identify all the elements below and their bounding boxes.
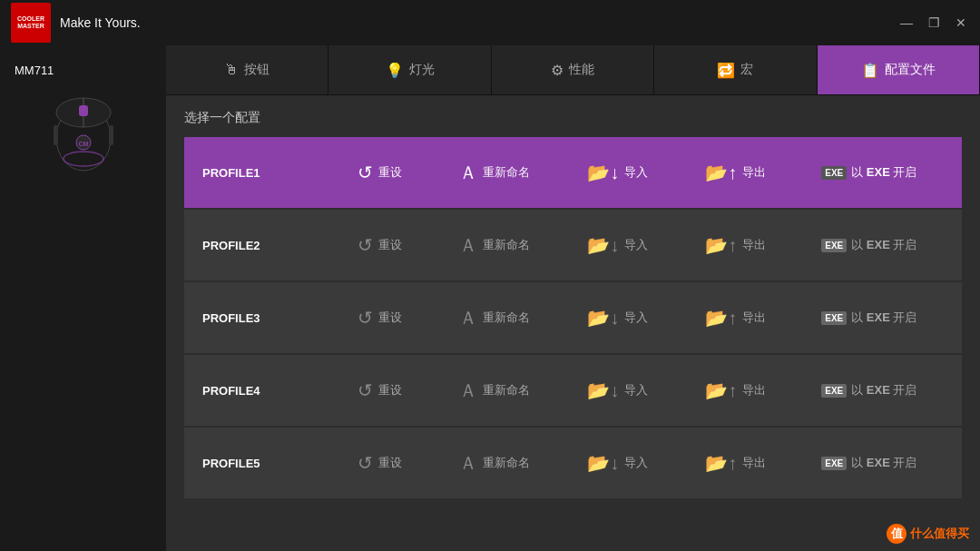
profile-row-1[interactable]: PROFILE1 ↺ 重设 Ａ 重新命名 📂↓ 导入 📂 bbox=[184, 137, 962, 208]
rename-label-3: 重新命名 bbox=[483, 310, 530, 326]
profile-row-3[interactable]: PROFILE3 ↺ 重设 Ａ 重新命名 📂↓ 导入 📂 bbox=[184, 282, 962, 353]
profile-1-import[interactable]: 📂↓ 导入 bbox=[580, 158, 655, 187]
titlebar-left: COOLERMASTER Make It Yours. bbox=[11, 3, 141, 43]
profile-4-export[interactable]: 📂↑ 导出 bbox=[698, 376, 773, 405]
profile-1-name: PROFILE1 bbox=[202, 166, 329, 180]
profile-2-export[interactable]: 📂↑ 导出 bbox=[698, 231, 773, 260]
svg-rect-5 bbox=[109, 125, 113, 145]
exe-badge-1: EXE bbox=[821, 166, 847, 180]
profile-1-actions: ↺ 重设 Ａ 重新命名 📂↓ 导入 📂↑ 导出 bbox=[329, 157, 944, 189]
watermark-icon: 值 bbox=[887, 524, 906, 544]
profile-row-4[interactable]: PROFILE4 ↺ 重设 Ａ 重新命名 📂↓ 导入 📂 bbox=[184, 355, 962, 426]
exe-badge-5: EXE bbox=[821, 457, 847, 470]
titlebar-controls: — ❐ ✕ bbox=[898, 15, 969, 31]
profile-1-rename[interactable]: Ａ 重新命名 bbox=[452, 157, 537, 189]
main-area: 🖱 按钮 💡 灯光 ⚙ 性能 🔁 宏 📋 配置文件 选择一个配置 PROFILE… bbox=[166, 45, 980, 551]
import-icon-2: 📂↓ bbox=[587, 234, 619, 256]
profile-4-reset[interactable]: ↺ 重设 bbox=[350, 376, 409, 405]
import-label-4: 导入 bbox=[624, 382, 648, 398]
tab-profile[interactable]: 📋 配置文件 bbox=[818, 45, 980, 94]
titlebar: COOLERMASTER Make It Yours. — ❐ ✕ bbox=[0, 0, 980, 45]
minimize-button[interactable]: — bbox=[898, 15, 915, 31]
profile-4-rename[interactable]: Ａ 重新命名 bbox=[452, 375, 537, 407]
profile-5-export[interactable]: 📂↑ 导出 bbox=[698, 448, 773, 477]
export-icon-4: 📂↑ bbox=[705, 379, 737, 401]
buttons-icon: 🖱 bbox=[224, 62, 239, 78]
brand-text: Make It Yours. bbox=[60, 15, 141, 30]
profile-4-name: PROFILE4 bbox=[202, 384, 329, 398]
profile-3-export[interactable]: 📂↑ 导出 bbox=[698, 303, 773, 332]
lighting-icon: 💡 bbox=[386, 62, 404, 79]
profile-2-rename[interactable]: Ａ 重新命名 bbox=[452, 230, 537, 261]
profile-3-reset[interactable]: ↺ 重设 bbox=[350, 303, 409, 332]
reset-icon-2: ↺ bbox=[358, 234, 373, 256]
profile-list: PROFILE1 ↺ 重设 Ａ 重新命名 📂↓ 导入 📂 bbox=[184, 137, 962, 498]
tab-lighting[interactable]: 💡 灯光 bbox=[328, 45, 491, 94]
tab-buttons[interactable]: 🖱 按钮 bbox=[166, 45, 328, 94]
import-icon-5: 📂↓ bbox=[587, 452, 619, 474]
export-label-5: 导出 bbox=[742, 455, 766, 471]
import-icon-3: 📂↓ bbox=[587, 307, 619, 329]
export-icon-1: 📂↑ bbox=[705, 162, 737, 183]
tabbar: 🖱 按钮 💡 灯光 ⚙ 性能 🔁 宏 📋 配置文件 bbox=[166, 45, 980, 95]
tab-lighting-label: 灯光 bbox=[409, 62, 435, 78]
svg-text:CM: CM bbox=[78, 141, 88, 147]
import-icon-4: 📂↓ bbox=[587, 379, 619, 401]
profile-3-name: PROFILE3 bbox=[202, 311, 329, 325]
profile-row-2[interactable]: PROFILE2 ↺ 重设 Ａ 重新命名 📂↓ 导入 📂 bbox=[184, 210, 962, 280]
reset-label-5: 重设 bbox=[378, 455, 402, 471]
import-label-2: 导入 bbox=[624, 237, 648, 253]
profile-2-import[interactable]: 📂↓ 导入 bbox=[580, 231, 655, 260]
import-label-1: 导入 bbox=[624, 164, 648, 181]
tab-performance[interactable]: ⚙ 性能 bbox=[492, 45, 654, 94]
profile-2-reset[interactable]: ↺ 重设 bbox=[350, 231, 409, 260]
sidebar: MM711 CM bbox=[0, 45, 166, 551]
profile-3-exe[interactable]: EXE 以 EXE 开启 bbox=[816, 306, 922, 330]
profile-3-rename[interactable]: Ａ 重新命名 bbox=[452, 302, 537, 334]
device-name: MM711 bbox=[0, 64, 54, 77]
tab-performance-label: 性能 bbox=[569, 62, 594, 78]
import-label-3: 导入 bbox=[624, 310, 648, 326]
reset-icon-1: ↺ bbox=[358, 162, 373, 183]
rename-label-1: 重新命名 bbox=[483, 164, 530, 181]
profile-5-actions: ↺ 重设 Ａ 重新命名 📂↓ 导入 📂↑ 导出 bbox=[329, 448, 944, 479]
profile-5-reset[interactable]: ↺ 重设 bbox=[350, 448, 409, 477]
exe-badge-2: EXE bbox=[821, 239, 847, 252]
reset-label-3: 重设 bbox=[378, 310, 402, 326]
export-label-4: 导出 bbox=[742, 382, 766, 398]
rename-icon-4: Ａ bbox=[459, 379, 477, 403]
tab-macro[interactable]: 🔁 宏 bbox=[654, 45, 817, 94]
profile-5-rename[interactable]: Ａ 重新命名 bbox=[452, 448, 537, 479]
reset-label-1: 重设 bbox=[378, 164, 402, 181]
rename-label-5: 重新命名 bbox=[483, 455, 530, 471]
tab-macro-label: 宏 bbox=[740, 62, 753, 78]
logo: COOLERMASTER bbox=[11, 3, 51, 43]
export-icon-2: 📂↑ bbox=[705, 234, 737, 256]
profile-4-import[interactable]: 📂↓ 导入 bbox=[580, 376, 655, 405]
rename-icon-3: Ａ bbox=[459, 306, 477, 330]
close-button[interactable]: ✕ bbox=[953, 15, 969, 31]
svg-rect-3 bbox=[79, 105, 88, 116]
exe-label-5: 以 EXE 开启 bbox=[851, 455, 916, 471]
tab-buttons-label: 按钮 bbox=[244, 62, 270, 78]
profile-4-exe[interactable]: EXE 以 EXE 开启 bbox=[816, 379, 922, 402]
profile-4-actions: ↺ 重设 Ａ 重新命名 📂↓ 导入 📂↑ 导出 bbox=[329, 375, 944, 407]
section-title: 选择一个配置 bbox=[184, 110, 962, 126]
maximize-button[interactable]: ❐ bbox=[926, 15, 942, 31]
profile-5-exe[interactable]: EXE 以 EXE 开启 bbox=[816, 451, 922, 475]
rename-icon-1: Ａ bbox=[459, 161, 477, 185]
profile-1-exe[interactable]: EXE 以 EXE 开启 bbox=[816, 161, 922, 184]
profile-1-export[interactable]: 📂↑ 导出 bbox=[698, 158, 773, 187]
rename-label-4: 重新命名 bbox=[483, 382, 530, 398]
svg-rect-4 bbox=[54, 125, 58, 145]
rename-icon-2: Ａ bbox=[459, 233, 477, 258]
export-icon-3: 📂↑ bbox=[705, 307, 737, 329]
profile-5-import[interactable]: 📂↓ 导入 bbox=[580, 448, 655, 477]
profile-2-exe[interactable]: EXE 以 EXE 开启 bbox=[816, 233, 922, 257]
profile-3-import[interactable]: 📂↓ 导入 bbox=[580, 303, 655, 332]
profile-row-5[interactable]: PROFILE5 ↺ 重设 Ａ 重新命名 📂↓ 导入 📂 bbox=[184, 428, 962, 498]
import-label-5: 导入 bbox=[624, 455, 648, 471]
watermark: 值 什么值得买 bbox=[887, 524, 969, 544]
profile-5-name: PROFILE5 bbox=[202, 457, 329, 470]
profile-1-reset[interactable]: ↺ 重设 bbox=[350, 158, 409, 187]
